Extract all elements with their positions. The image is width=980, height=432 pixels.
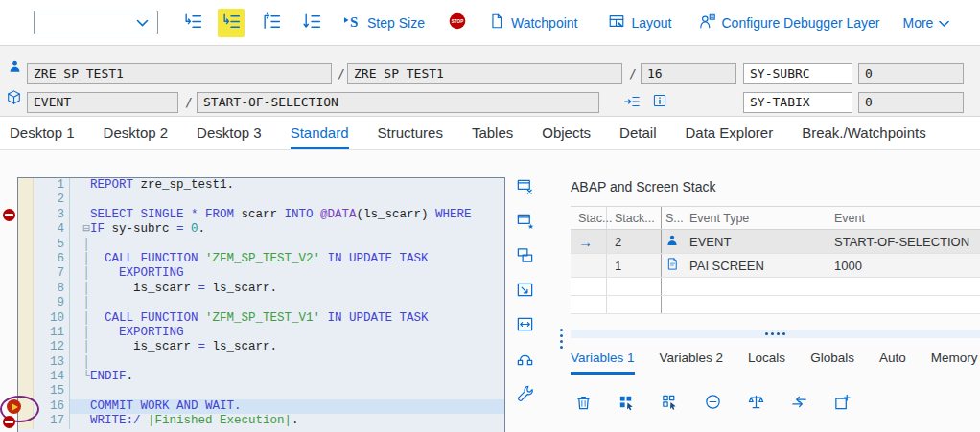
configure-debugger-layer-button[interactable]: Configure Debugger Layer [699, 12, 880, 33]
layout-button[interactable]: Layout [608, 12, 671, 33]
stack-row-1[interactable]: 1PAI SCREEN1000 [571, 254, 980, 278]
tab-locals[interactable]: Locals [748, 343, 785, 375]
breakpoint-line-17-icon[interactable] [3, 416, 15, 428]
current-stack-arrow-icon: → [578, 234, 593, 250]
debuggee-user-icon [8, 59, 22, 78]
line-number: 13 [34, 355, 70, 370]
breakpoint-gutter[interactable] [18, 252, 34, 266]
swap-button[interactable] [788, 393, 809, 414]
tab-desktop-2[interactable]: Desktop 2 [104, 117, 169, 149]
remove-icon [704, 393, 722, 414]
horizontal-splitter-handle[interactable] [571, 330, 980, 338]
stack-panel-title: ABAP and Screen Stack [571, 179, 716, 194]
code-line-2: 2 [18, 193, 504, 207]
code-line-6: 6 │ CALL FUNCTION 'ZFM_SP_TEST_V2' IN UP… [18, 252, 504, 266]
step-size-button[interactable]: S Step Size [342, 11, 425, 34]
code-text: │ CALL FUNCTION 'ZFM_SP_TEST_V2' IN UPDA… [70, 252, 504, 266]
current-position-line-16-icon[interactable] [7, 399, 21, 414]
step-return-button[interactable] [258, 9, 285, 37]
info-icon[interactable] [652, 93, 667, 112]
detach-tool-button[interactable] [514, 351, 535, 370]
code-text: │ [70, 355, 504, 370]
tab-tables[interactable]: Tables [472, 117, 513, 149]
code-line-14: 14 └ENDIF. [18, 370, 504, 384]
abap-code-editor[interactable]: 1 REPORT zre_sp_test1.23 SELECT SINGLE *… [17, 177, 505, 432]
goto-statement-icon[interactable] [623, 93, 641, 114]
code-line-11: 11 │ EXPORTING [18, 326, 504, 340]
close-tool-button[interactable] [514, 178, 535, 197]
tab-detail[interactable]: Detail [619, 117, 656, 149]
tab-globals[interactable]: Globals [810, 343, 854, 375]
code-text: SELECT SINGLE * FROM scarr INTO @DATA(ls… [70, 208, 504, 222]
breakpoint-gutter[interactable] [18, 355, 34, 370]
step-type-combobox[interactable] [34, 11, 158, 34]
column-header[interactable]: Stack... [607, 207, 662, 229]
remove-button[interactable] [702, 393, 723, 414]
full-width-tool-button[interactable] [514, 316, 535, 335]
step-continue-button[interactable] [298, 9, 325, 37]
breakpoint-gutter[interactable] [18, 193, 34, 207]
tab-break-watchpoints[interactable]: Break./Watchpoints [802, 117, 926, 149]
stack-panel: ABAP and Screen Stack Stac...Stack...S..… [569, 150, 980, 432]
breakpoint-gutter[interactable] [18, 266, 34, 281]
breakpoint-gutter[interactable] [18, 222, 34, 237]
configure-layer-icon [699, 12, 716, 33]
new-tool-icon: ★ [516, 212, 534, 233]
full-width-tool-icon [516, 315, 534, 336]
layout-blocks-button[interactable] [616, 393, 637, 414]
watchpoint-button[interactable]: Watchpoint [488, 12, 578, 33]
maximize-tool-button[interactable] [514, 282, 535, 301]
line-number: 10 [34, 311, 70, 326]
vertical-splitter-handle[interactable] [560, 329, 563, 349]
more-button[interactable]: More [903, 15, 950, 31]
insert-button[interactable] [831, 393, 852, 414]
column-header[interactable]: Stac... [571, 207, 607, 229]
breakpoint-gutter[interactable] [18, 340, 34, 354]
tab-desktop-3[interactable]: Desktop 3 [197, 117, 262, 149]
breakpoint-gutter[interactable] [18, 311, 34, 326]
breakpoint-gutter[interactable] [18, 238, 34, 252]
code-line-16: 16 COMMIT WORK AND WAIT. [18, 399, 504, 414]
column-header[interactable]: Event [821, 207, 980, 229]
stack-row-2[interactable]: →2EVENTSTART-OF-SELECTION [571, 230, 980, 254]
tab-desktop-1[interactable]: Desktop 1 [10, 117, 75, 149]
tab-standard[interactable]: Standard [291, 117, 349, 149]
replace-tool-button[interactable] [514, 247, 535, 266]
code-line-1: 1 REPORT zre_sp_test1. [18, 178, 504, 193]
breakpoint-gutter[interactable] [18, 208, 34, 222]
step-continue-icon [302, 11, 322, 34]
delete-button[interactable] [572, 393, 594, 414]
tab-auto[interactable]: Auto [879, 343, 906, 375]
breakpoint-line-3-icon[interactable] [3, 209, 15, 221]
layout-grid-button[interactable] [659, 393, 680, 414]
breakpoint-gutter[interactable] [18, 296, 34, 310]
sy-tabix-name-field[interactable]: SY-TABIX [743, 92, 852, 113]
tab-variables-1[interactable]: Variables 1 [571, 343, 635, 375]
line-number: 3 [34, 208, 70, 222]
step-over-button[interactable] [218, 9, 245, 37]
tab-objects[interactable]: Objects [542, 117, 591, 149]
new-tool-button[interactable]: ★ [514, 213, 535, 232]
breakpoint-gutter[interactable] [18, 282, 34, 296]
compare-button[interactable] [745, 393, 766, 414]
column-header[interactable]: Event Type [686, 207, 821, 229]
stop-debugger-button[interactable]: STOP [444, 9, 471, 37]
column-header[interactable]: S... [662, 207, 686, 229]
breakpoint-gutter[interactable] [18, 326, 34, 340]
step-into-button[interactable] [179, 9, 206, 37]
tool-settings-button[interactable] [514, 385, 535, 404]
separator: / [338, 63, 345, 84]
breakpoint-gutter[interactable] [18, 178, 34, 193]
line-number: 8 [34, 282, 70, 296]
step-size-icon: S [342, 11, 362, 34]
separator: / [629, 63, 637, 84]
tab-memory-ana[interactable]: Memory Ana [931, 343, 980, 375]
event-type-field: EVENT [27, 92, 178, 113]
tab-structures[interactable]: Structures [378, 117, 443, 149]
tab-data-explorer[interactable]: Data Explorer [685, 117, 773, 149]
tab-variables-2[interactable]: Variables 2 [660, 343, 724, 375]
sy-subrc-name-field[interactable]: SY-SUBRC [743, 63, 852, 84]
code-line-5: 5 │ [18, 238, 504, 252]
person-icon [665, 234, 679, 250]
breakpoint-gutter[interactable] [18, 370, 34, 384]
